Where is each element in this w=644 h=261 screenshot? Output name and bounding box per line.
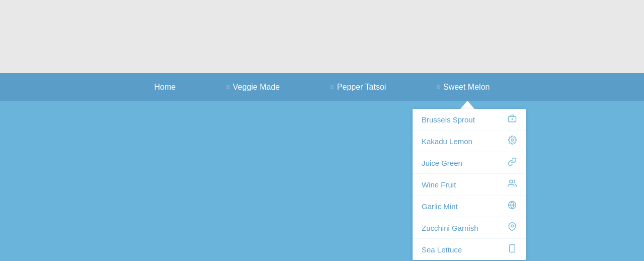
- nav-icon-veggie-made: ≡: [226, 83, 230, 91]
- dropdown-item-label-kakadu-lemon: Kakadu Lemon: [422, 137, 472, 146]
- dropdown-item-label-wine-fruit: Wine Fruit: [422, 180, 456, 189]
- dropdown-menu: Brussels SproutKakadu LemonJuice GreenWi…: [413, 109, 526, 260]
- main-area: Brussels SproutKakadu LemonJuice GreenWi…: [0, 101, 644, 261]
- dropdown-item-label-zucchini-garnish: Zucchini Garnish: [422, 224, 478, 232]
- nav-bar: Home ≡ Veggie Made ≡ Pepper Tatsoi ≡ Swe…: [0, 73, 644, 101]
- nav-icon-sweet-melon: ≡: [436, 83, 440, 91]
- dropdown-item-icon-kakadu-lemon: [508, 136, 517, 147]
- dropdown-item-label-sea-lettuce: Sea Lettuce: [422, 245, 462, 254]
- nav-item-sweet-melon[interactable]: ≡ Sweet Melon: [431, 73, 495, 101]
- dropdown-item-icon-wine-fruit: [508, 179, 517, 190]
- dropdown-item-juice-green[interactable]: Juice Green: [413, 152, 526, 174]
- nav-item-veggie-made[interactable]: ≡ Veggie Made: [221, 73, 285, 101]
- dropdown-item-garlic-mint[interactable]: Garlic Mint: [413, 195, 526, 217]
- nav-label-home: Home: [154, 83, 176, 92]
- nav-label-veggie-made: Veggie Made: [233, 83, 280, 92]
- dropdown-arrow: [460, 101, 474, 109]
- dropdown-item-label-garlic-mint: Garlic Mint: [422, 202, 458, 211]
- nav-label-sweet-melon: Sweet Melon: [443, 83, 490, 92]
- dropdown-item-icon-zucchini-garnish: [508, 222, 517, 233]
- nav-item-pepper-tatsoi[interactable]: ≡ Pepper Tatsoi: [325, 73, 391, 101]
- dropdown-item-brussels-sprout[interactable]: Brussels Sprout: [413, 109, 526, 130]
- dropdown-item-icon-sea-lettuce: [508, 244, 517, 255]
- dropdown-item-icon-garlic-mint: [508, 201, 517, 212]
- dropdown-item-zucchini-garnish[interactable]: Zucchini Garnish: [413, 217, 526, 239]
- dropdown-item-icon-juice-green: [508, 157, 517, 168]
- svg-point-3: [511, 139, 514, 142]
- dropdown-item-label-brussels-sprout: Brussels Sprout: [422, 115, 475, 124]
- dropdown-item-label-juice-green: Juice Green: [422, 159, 462, 167]
- nav-label-pepper-tatsoi: Pepper Tatsoi: [337, 83, 386, 92]
- svg-point-7: [511, 225, 514, 227]
- dropdown-wrapper: Brussels SproutKakadu LemonJuice GreenWi…: [413, 101, 526, 260]
- dropdown-item-kakadu-lemon[interactable]: Kakadu Lemon: [413, 130, 526, 152]
- nav-icon-pepper-tatsoi: ≡: [330, 83, 334, 91]
- dropdown-item-wine-fruit[interactable]: Wine Fruit: [413, 174, 526, 195]
- nav-item-home[interactable]: Home: [149, 73, 181, 101]
- svg-point-4: [510, 180, 513, 183]
- top-area: [0, 0, 644, 73]
- dropdown-item-icon-brussels-sprout: [508, 114, 517, 125]
- dropdown-item-sea-lettuce[interactable]: Sea Lettuce: [413, 239, 526, 260]
